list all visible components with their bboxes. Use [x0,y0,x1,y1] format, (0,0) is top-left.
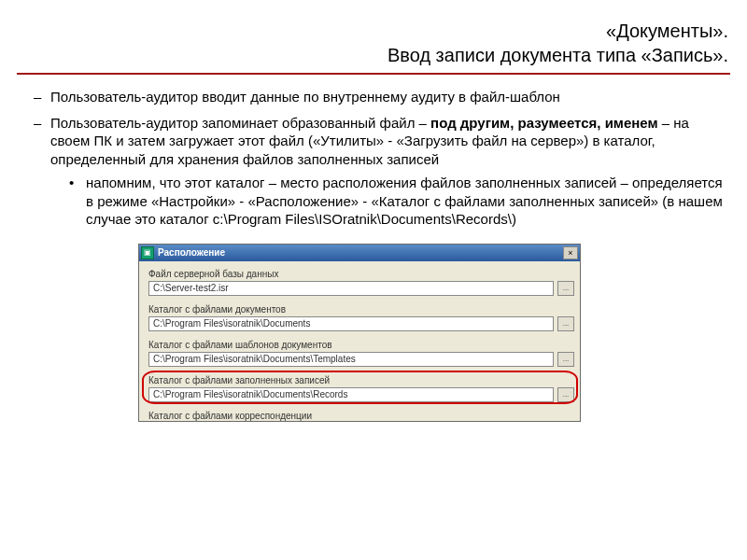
bullet-1-text: Пользователь-аудитор вводит данные по вн… [50,89,560,105]
field-label-4: Каталог с файлами заполненных записей [148,370,574,387]
sub-bullet-list: напомним, что этот каталог – место распо… [69,174,730,229]
dialog-screenshot: ▣ Расположение × Файл серверной базы дан… [138,244,581,422]
field-group-4: Каталог с файлами заполненных записей C:… [139,368,580,403]
field-label-2: Каталог с файлами документов [148,299,574,316]
close-button[interactable]: × [563,246,578,259]
field-group-2: Каталог с файлами документов C:\Program … [139,297,580,332]
header-line1: «Документы». [17,19,728,43]
dialog-titlebar: ▣ Расположение × [139,245,580,261]
field-label-5: Каталог с файлами корреспонденции [148,405,574,421]
header-line2: Ввод записи документа типа «Запись». [17,43,728,67]
bullet-list: Пользователь-аудитор вводит данные по вн… [34,88,730,229]
field-group-1: Файл серверной базы данных C:\Server-tes… [139,261,580,297]
field-group-5: Каталог с файлами корреспонденции [139,403,580,421]
header-rule [17,73,730,75]
bullet-2-bold: под другим, разумеется, именем [430,115,657,131]
field-input-records[interactable]: C:\Program Files\isoratnik\Documents\Rec… [148,387,554,402]
browse-button-4[interactable]: ... [557,387,574,402]
field-label-3: Каталог с файлами шаблонов документов [148,334,574,352]
field-input-documents[interactable]: C:\Program Files\isoratnik\Documents [148,316,554,331]
bullet-2-text-1: Пользователь-аудитор запоминает образова… [50,115,430,131]
bullet-2: Пользователь-аудитор запоминает образова… [34,114,730,229]
browse-button-1[interactable]: ... [557,281,574,296]
sub-bullet-1-text: напомним, что этот каталог – место распо… [86,175,723,227]
browse-button-2[interactable]: ... [557,316,574,331]
field-group-3: Каталог с файлами шаблонов документов C:… [139,332,580,368]
browse-button-3[interactable]: ... [557,352,574,367]
slide-header: «Документы». Ввод записи документа типа … [17,19,730,67]
field-input-server-db[interactable]: C:\Server-test2.isr [148,281,554,296]
sub-bullet-1: напомним, что этот каталог – место распо… [69,174,730,229]
field-input-templates[interactable]: C:\Program Files\isoratnik\Documents\Tem… [148,352,554,367]
dialog-title: Расположение [158,247,563,258]
app-icon: ▣ [141,246,154,259]
bullet-1: Пользователь-аудитор вводит данные по вн… [34,88,730,106]
field-label-1: Файл серверной базы данных [148,263,574,281]
